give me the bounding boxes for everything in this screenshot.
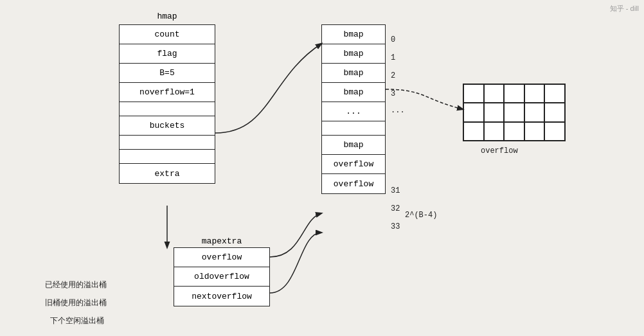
mapextra-cell-nextoverflow: nextoverflow — [174, 287, 269, 306]
bucket-cell-empty — [322, 121, 385, 136]
grid-cell — [504, 122, 524, 141]
grid-cell — [484, 122, 505, 141]
hmap-cell-noverflow: noverflow=1 — [120, 83, 215, 102]
hmap-cell-buckets: buckets — [120, 116, 215, 136]
hmap-cell-empty1 — [120, 102, 215, 116]
hmap-box: count flag B=5 noverflow=1 buckets extra — [119, 24, 215, 184]
hmap-cell-empty2 — [120, 136, 215, 150]
overflow-grid-label: overflow — [481, 146, 518, 155]
buckets-box: bmap bmap bmap bmap ... bmap overflow ov… — [321, 24, 386, 194]
index-dots: ... — [391, 106, 405, 115]
mapextra-label: mapextra — [174, 236, 270, 246]
index-2: 2 — [391, 71, 395, 80]
bucket-cell-dots: ... — [322, 102, 385, 121]
grid-cell — [463, 122, 484, 141]
bucket-cell-31: bmap — [322, 136, 385, 155]
cn-label-oldoverflow: 旧桶使用的溢出桶 — [45, 297, 107, 308]
grid-cell — [544, 84, 565, 103]
grid-cell — [504, 103, 524, 121]
cn-label-overflow: 已经使用的溢出桶 — [45, 279, 107, 290]
grid-cell — [463, 84, 484, 103]
bucket-cell-3: bmap — [322, 83, 385, 102]
hmap-cell-extra: extra — [120, 164, 215, 183]
index-3: 3 — [391, 89, 395, 98]
overflow-grid — [463, 84, 566, 141]
grid-cell — [504, 84, 524, 103]
grid-cell — [524, 103, 545, 121]
grid-cell — [524, 122, 545, 141]
overflow-grid-cells — [463, 84, 565, 141]
watermark: 知乎 - dill — [610, 4, 639, 13]
grid-cell — [544, 103, 565, 121]
index-0: 0 — [391, 35, 395, 44]
hmap-label: hmap — [119, 12, 215, 21]
hmap-cell-count: count — [120, 25, 215, 44]
mapextra-cell-oldoverflow: oldoverflow — [174, 267, 269, 287]
diagram-container: 知乎 - dill hmap count flag B=5 noverflow=… — [0, 0, 644, 336]
index-1: 1 — [391, 53, 395, 62]
bucket-cell-32: overflow — [322, 155, 385, 174]
bucket-cell-0: bmap — [322, 25, 385, 44]
hmap-cell-flag: flag — [120, 44, 215, 64]
power-label: 2^(B-4) — [405, 211, 437, 220]
hmap-cell-empty3 — [120, 150, 215, 164]
hmap-cell-b: B=5 — [120, 64, 215, 83]
mapextra-box: overflow oldoverflow nextoverflow — [174, 247, 270, 306]
index-32: 32 — [391, 204, 400, 213]
grid-cell — [524, 84, 545, 103]
index-31: 31 — [391, 186, 400, 195]
mapextra-cell-overflow: overflow — [174, 248, 269, 267]
grid-cell — [484, 84, 505, 103]
grid-cell — [463, 103, 484, 121]
grid-cell — [544, 122, 565, 141]
bucket-cell-33: overflow — [322, 174, 385, 193]
bucket-cell-2: bmap — [322, 64, 385, 83]
grid-cell — [484, 103, 505, 121]
bucket-cell-1: bmap — [322, 44, 385, 64]
index-33: 33 — [391, 222, 400, 231]
cn-label-nextoverflow: 下个空闲溢出桶 — [50, 315, 104, 326]
